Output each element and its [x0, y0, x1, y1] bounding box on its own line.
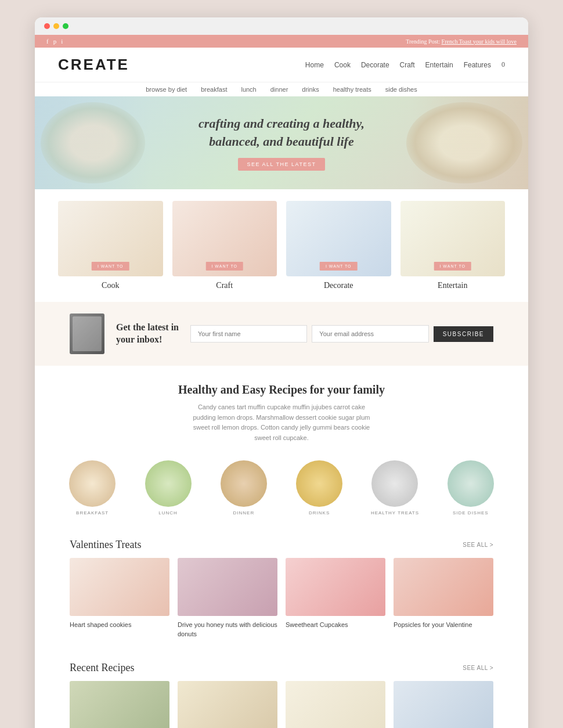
- nav-cook[interactable]: Cook: [334, 61, 351, 69]
- subnav-browse-by-diet[interactable]: browse by diet: [146, 86, 187, 93]
- recipes-description: Candy canes tart muffin cupcake muffin j…: [189, 402, 374, 443]
- browser-dot-green[interactable]: [63, 23, 68, 29]
- recipe-card-4[interactable]: The perfect salad for entertaining: [394, 681, 493, 728]
- valentine-card-1[interactable]: Heart shaped cookies: [70, 558, 169, 639]
- newsletter-heading: Get the latest in your inbox!: [116, 322, 179, 346]
- valentines-title: Valentines Treats: [70, 539, 142, 551]
- site-logo[interactable]: CREATE: [58, 56, 129, 74]
- circle-lunch[interactable]: LUNCH: [133, 460, 202, 516]
- nav-entertain[interactable]: Entertain: [425, 61, 453, 69]
- main-navigation: Home Cook Decorate Craft Entertain Featu…: [305, 60, 505, 69]
- category-label-craft[interactable]: Craft: [172, 281, 277, 290]
- valentines-see-all[interactable]: SEE ALL >: [463, 542, 493, 548]
- recipe-img-2: [178, 681, 277, 728]
- social-links[interactable]: f p i: [46, 38, 63, 45]
- valentine-title-3: Sweetheart Cupcakes: [286, 621, 385, 629]
- nav-home[interactable]: Home: [305, 61, 324, 69]
- circle-dinner[interactable]: DINNER: [210, 460, 278, 516]
- valentine-img-4: [394, 558, 493, 616]
- category-img-decorate: I WANT TO: [286, 201, 391, 276]
- hero-plate-left: [41, 102, 145, 183]
- top-bar: f p i Trending Post: French Toast your k…: [35, 35, 528, 48]
- category-label-cook[interactable]: Cook: [58, 281, 163, 290]
- hero-cta-button[interactable]: SEE ALL THE LATEST: [238, 158, 326, 171]
- food-category-circles: BREAKFAST LUNCH DINNER DRINKS HEALTHY TR…: [35, 460, 528, 527]
- recent-recipes-title: Recent Recipes: [70, 662, 134, 674]
- valentine-img-3: [286, 558, 385, 616]
- category-card-cook: I WANT TO Cook: [58, 201, 163, 290]
- subnav-healthy-treats[interactable]: healthy treats: [333, 86, 371, 93]
- hero-banner: crafting and creating a healthy, balance…: [35, 96, 528, 189]
- browser-bar: [35, 17, 528, 35]
- valentine-card-3[interactable]: Sweetheart Cupcakes: [286, 558, 385, 639]
- cart-icon[interactable]: 0: [501, 60, 505, 69]
- newsletter-form: SUBSCRIBE: [190, 325, 493, 343]
- valentines-header: Valentines Treats SEE ALL >: [35, 527, 528, 558]
- category-btn-decorate[interactable]: I WANT TO: [320, 262, 358, 271]
- circle-img-lunch: [145, 460, 192, 507]
- circle-img-dinner: [221, 460, 267, 507]
- sub-navigation: browse by diet breakfast lunch dinner dr…: [35, 82, 528, 96]
- trending-link[interactable]: French Toast your kids will love: [442, 38, 517, 45]
- circle-img-sides: [447, 460, 494, 507]
- valentine-img-1: [70, 558, 169, 616]
- recipe-card-1[interactable]: Power Bowl: [70, 681, 169, 728]
- instagram-icon[interactable]: i: [61, 38, 63, 45]
- newsletter-icon: [70, 313, 104, 354]
- subnav-drinks[interactable]: drinks: [302, 86, 319, 93]
- valentines-grid: Heart shaped cookies Drive you honey nut…: [35, 558, 528, 650]
- newsletter-section: Get the latest in your inbox! SUBSCRIBE: [35, 302, 528, 366]
- recent-recipes-see-all[interactable]: SEE ALL >: [463, 665, 493, 671]
- valentine-title-2: Drive you honey nuts with delicious donu…: [178, 621, 277, 639]
- circle-breakfast[interactable]: BREAKFAST: [58, 460, 127, 516]
- circle-img-healthy: [371, 460, 418, 507]
- circle-drinks[interactable]: DRINKS: [285, 460, 353, 516]
- category-section: I WANT TO Cook I WANT TO Craft I WANT TO…: [35, 189, 528, 302]
- nav-craft[interactable]: Craft: [400, 61, 415, 69]
- hero-plate-right: [406, 102, 522, 183]
- browser-dot-red[interactable]: [44, 23, 50, 29]
- facebook-icon[interactable]: f: [46, 38, 49, 45]
- recipe-card-2[interactable]: The best chocolate chip cookies you'll e…: [178, 681, 277, 728]
- valentine-card-2[interactable]: Drive you honey nuts with delicious donu…: [178, 558, 277, 639]
- circle-label-dinner: DINNER: [210, 510, 278, 516]
- valentine-card-4[interactable]: Popsicles for your Valentine: [394, 558, 493, 639]
- recipe-img-3: [286, 681, 385, 728]
- category-btn-cook[interactable]: I WANT TO: [92, 262, 129, 271]
- subscribe-button[interactable]: SUBSCRIBE: [434, 326, 493, 342]
- newsletter-text: Get the latest in your inbox!: [116, 322, 179, 346]
- category-label-decorate[interactable]: Decorate: [286, 281, 391, 290]
- trending-bar: Trending Post: French Toast your kids wi…: [406, 38, 517, 45]
- circle-healthy[interactable]: HEALTHY TREATS: [360, 460, 429, 516]
- nav-features[interactable]: Features: [464, 61, 491, 69]
- category-card-decorate: I WANT TO Decorate: [286, 201, 391, 290]
- newsletter-email[interactable]: [312, 325, 428, 343]
- valentine-title-1: Heart shaped cookies: [70, 621, 169, 629]
- circle-label-healthy: HEALTHY TREATS: [360, 510, 429, 516]
- category-btn-entertain[interactable]: I WANT TO: [434, 262, 471, 271]
- category-btn-craft[interactable]: I WANT TO: [205, 262, 243, 271]
- circle-img-breakfast: [69, 460, 116, 507]
- pinterest-icon[interactable]: p: [53, 38, 57, 45]
- category-img-craft: I WANT TO: [172, 201, 277, 276]
- nav-decorate[interactable]: Decorate: [361, 61, 389, 69]
- newsletter-first-name[interactable]: [190, 325, 307, 343]
- recipe-card-3[interactable]: French Toast your kids will love: [286, 681, 385, 728]
- circle-label-breakfast: BREAKFAST: [58, 510, 127, 516]
- browser-dot-yellow[interactable]: [53, 23, 59, 29]
- subnav-side-dishes[interactable]: side dishes: [385, 86, 417, 93]
- recipes-section: Healthy and Easy Recipes for your family…: [35, 366, 528, 460]
- category-label-entertain[interactable]: Entertain: [400, 281, 506, 290]
- category-card-entertain: I WANT TO Entertain: [400, 201, 506, 290]
- valentine-title-4: Popsicles for your Valentine: [394, 621, 493, 629]
- subnav-lunch[interactable]: lunch: [241, 86, 256, 93]
- subnav-breakfast[interactable]: breakfast: [201, 86, 227, 93]
- recipe-img-1: [70, 681, 169, 728]
- circle-img-drinks: [296, 460, 342, 507]
- subnav-dinner[interactable]: dinner: [270, 86, 288, 93]
- trending-label: Trending Post:: [406, 38, 440, 45]
- category-card-craft: I WANT TO Craft: [172, 201, 277, 290]
- circle-label-lunch: LUNCH: [133, 510, 202, 516]
- circle-sides[interactable]: SIDE DISHES: [436, 460, 505, 516]
- hero-heading: crafting and creating a healthy, balance…: [199, 115, 364, 151]
